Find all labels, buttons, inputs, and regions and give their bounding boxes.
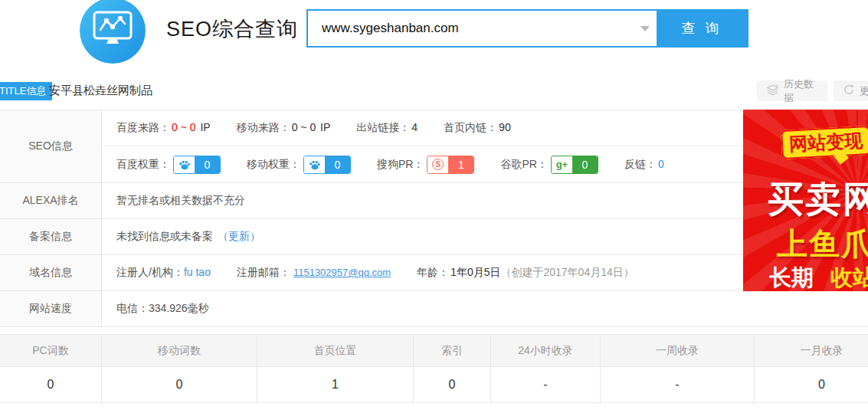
query-button[interactable]: 查 询	[657, 11, 747, 46]
monitor-chart-icon	[91, 9, 134, 52]
site-title-text: 安平县松垚丝网制品	[49, 84, 152, 98]
ad-banner[interactable]: 网站变现 买卖网站 上鱼爪 长期收站	[743, 110, 868, 291]
sogou-icon: S	[427, 156, 448, 173]
registrant: 注册人/机构：fu tao	[116, 266, 211, 280]
google-pr: 谷歌PR：g+0	[500, 156, 598, 174]
mobile-weight-badge[interactable]: 0	[303, 156, 351, 174]
history-data-button[interactable]: 历史数据	[757, 80, 827, 101]
icp-update-link[interactable]: （更新）	[218, 230, 260, 244]
ad-headline: 买卖网站	[768, 175, 868, 224]
title-info-badge: TITLE信息	[0, 82, 52, 100]
table-row-icp: 备案信息 未找到信息或未备案 （更新）	[0, 219, 868, 255]
app-logo	[80, 0, 146, 64]
page-title: SEO综合查询	[166, 15, 298, 43]
stat-home-position: 1	[257, 367, 414, 402]
stat-24h: -	[491, 367, 601, 402]
chevron-down-icon	[640, 26, 650, 31]
stat-month: 0	[755, 367, 868, 402]
url-input[interactable]	[308, 11, 634, 46]
stat-pc-words: 0	[0, 367, 102, 402]
google-plus-icon: g+	[552, 156, 572, 173]
row-label: 域名信息	[0, 255, 102, 290]
email-link[interactable]: 1151302957@qq.com	[293, 267, 391, 278]
ad-footline: 长期收站	[769, 263, 868, 291]
mobile-traffic: 移动来路：0 ~ 0 IP	[237, 121, 331, 135]
domain-created-note: （创建于2017年04月14日）	[500, 266, 634, 278]
column-header-24h: 24小时收录	[491, 335, 601, 366]
stats-value-row: 0 0 1 0 - - 0	[0, 367, 868, 403]
history-data-label: 历史数据	[784, 77, 818, 105]
table-row-domain: 域名信息 注册人/机构：fu tao 注册邮箱：1151302957@qq.co…	[0, 255, 868, 291]
stat-index: 0	[414, 367, 491, 402]
backlinks: 反链：0	[624, 158, 664, 172]
refresh-label: 更新	[860, 84, 868, 98]
baidu-paw-icon	[174, 156, 195, 173]
google-pr-badge[interactable]: g+0	[551, 156, 598, 174]
layers-icon	[766, 84, 779, 99]
registrant-link[interactable]: fu tao	[184, 266, 211, 278]
stats-header-row: PC词数 移动词数 首页位置 索引 24小时收录 一周收录 一月收录	[0, 335, 868, 367]
baidu-weight: 百度权重：0	[116, 156, 221, 174]
seo-info-table: SEO信息 百度来路：0 ~ 0 IP 移动来路：0 ~ 0 IP 出站链接：4…	[0, 110, 868, 327]
speed-content: 电信：334.926毫秒	[116, 302, 209, 316]
stat-mobile-words: 0	[102, 367, 257, 402]
refresh-button[interactable]: 更新	[834, 80, 868, 101]
table-row-speed: 网站速度 电信：334.926毫秒	[0, 291, 868, 327]
row-label: ALEXA排名	[0, 183, 102, 218]
row-label: 备案信息	[0, 219, 102, 254]
ad-subline: 上鱼爪	[777, 223, 868, 265]
column-header-week: 一周收录	[601, 335, 755, 366]
stat-week: -	[601, 367, 755, 402]
alexa-content: 暂无排名或相关数据不充分	[116, 194, 245, 208]
column-header-index: 索引	[414, 335, 491, 366]
table-row-seo: SEO信息 百度来路：0 ~ 0 IP 移动来路：0 ~ 0 IP 出站链接：4…	[0, 110, 868, 183]
refresh-icon	[843, 84, 855, 98]
ad-bubble-text: 网站变现	[781, 126, 868, 159]
keyword-stats-table: PC词数 移动词数 首页位置 索引 24小时收录 一周收录 一月收录 0 0 1…	[0, 334, 868, 403]
column-header-mobile-words: 移动词数	[102, 335, 257, 366]
column-header-home-position: 首页位置	[257, 335, 414, 366]
search-bar: 查 询	[306, 9, 748, 48]
history-dropdown-toggle[interactable]	[634, 11, 657, 46]
sogou-pr: 搜狗PR：S1	[377, 156, 474, 174]
row-label: 网站速度	[0, 291, 102, 326]
row-label: SEO信息	[0, 110, 102, 182]
table-row-alexa: ALEXA排名 暂无排名或相关数据不充分	[0, 183, 868, 219]
column-header-month: 一月收录	[755, 335, 868, 366]
outbound-links: 出站链接：4	[356, 121, 418, 135]
home-inner-links: 首页内链：90	[444, 121, 511, 135]
domain-age: 年龄：1年0月5日（创建于2017年04月14日）	[417, 266, 634, 280]
sogou-pr-badge[interactable]: S1	[427, 156, 474, 174]
baidu-traffic: 百度来路：0 ~ 0 IP	[116, 121, 211, 135]
icp-content: 未找到信息或未备案	[116, 230, 213, 244]
seo-query-page: SEO综合查询 查 询 TITLE信息 安平县松垚丝网制品 历史数据 更新	[0, 0, 868, 410]
baidu-weight-badge[interactable]: 0	[173, 156, 221, 174]
baidu-paw-icon	[304, 156, 325, 173]
register-email: 注册邮箱：1151302957@qq.com	[237, 266, 391, 280]
mobile-weight: 移动权重：0	[247, 156, 351, 174]
column-header-pc-words: PC词数	[0, 335, 102, 366]
